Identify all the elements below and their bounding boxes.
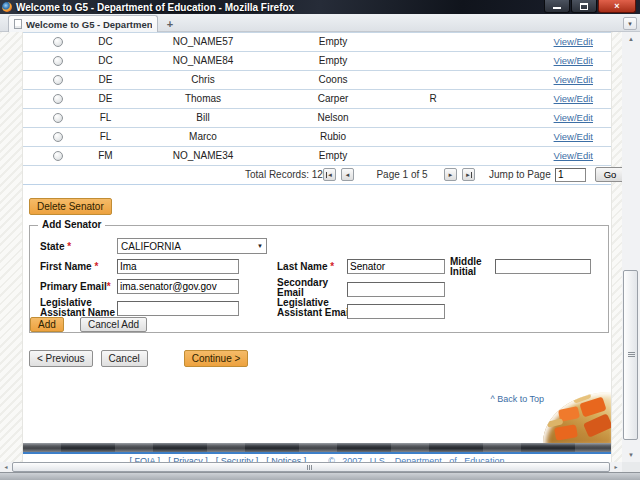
cell-last-name: Empty: [263, 147, 403, 165]
next-page-icon: ►: [448, 172, 454, 178]
next-page-button[interactable]: ►: [444, 168, 457, 181]
tab-title: Welcome to G5 - Department of Edu...: [26, 19, 152, 30]
firefox-icon[interactable]: [2, 2, 12, 12]
horizontal-scrollbar[interactable]: ◄ ►: [0, 462, 622, 472]
tab-welcome-g5[interactable]: Welcome to G5 - Department of Edu...: [8, 15, 158, 32]
legislative-assistant-name-input[interactable]: [117, 301, 239, 316]
total-records-label: Total Records: 120: [245, 166, 328, 184]
vertical-scrollbar-thumb[interactable]: [623, 270, 638, 440]
row-radio-button[interactable]: [53, 56, 63, 66]
middle-initial-input[interactable]: [495, 259, 591, 274]
view-edit-link[interactable]: View/Edit: [554, 33, 593, 51]
cell-first-name: Thomas: [123, 90, 283, 108]
scroll-up-arrow[interactable]: ▲: [622, 32, 640, 46]
table-row: FL Marco Rubio View/Edit: [23, 128, 611, 147]
minimize-icon: [553, 7, 561, 9]
add-button[interactable]: Add: [30, 317, 64, 332]
cell-last-name: Coons: [263, 71, 403, 89]
cell-first-name: NO_NAME84: [123, 52, 283, 70]
minimize-button[interactable]: [544, 0, 570, 13]
new-tab-button[interactable]: +: [162, 17, 178, 31]
window-controls: ×: [543, 0, 636, 13]
primary-email-label: Primary Email*: [40, 282, 111, 292]
chevron-down-icon: ▼: [257, 243, 263, 249]
legislative-assistant-name-label: Legislative Assistant Name: [40, 298, 128, 318]
legislative-assistant-email-input[interactable]: [347, 304, 445, 319]
separator-line: [23, 184, 611, 185]
cell-last-name: Rubio: [263, 128, 403, 146]
row-radio-button[interactable]: [53, 113, 63, 123]
continue-button[interactable]: Continue >: [184, 350, 249, 367]
cell-first-name: NO_NAME57: [123, 33, 283, 51]
prev-page-icon: ◄: [345, 172, 351, 178]
table-row: FM NO_NAME34 Empty View/Edit: [23, 147, 611, 166]
footer-gradient-bar: [23, 443, 611, 452]
first-name-label: First Name *: [40, 262, 98, 272]
scroll-right-arrow[interactable]: ►: [610, 462, 622, 472]
tab-bar: Welcome to G5 - Department of Edu... + ▾: [0, 14, 640, 32]
footer-blue-line: [23, 452, 611, 454]
last-name-label: Last Name *: [277, 262, 334, 272]
table-row: DC NO_NAME84 Empty View/Edit: [23, 52, 611, 71]
last-name-input[interactable]: [347, 259, 445, 274]
jump-to-page-label: Jump to Page: [489, 166, 551, 184]
cell-party: R: [408, 90, 458, 108]
senator-table: DC NO_NAME57 Empty View/Edit DC NO_NAME8…: [23, 32, 611, 166]
maximize-icon: [580, 3, 588, 10]
page-status-label: Page 1 of 5: [371, 166, 433, 184]
scroll-left-arrow[interactable]: ◄: [0, 462, 12, 472]
back-to-top-link[interactable]: ^ Back to Top: [490, 394, 544, 404]
state-select[interactable]: CALIFORNIA ▼: [117, 238, 267, 254]
previous-page-button[interactable]: ◄: [341, 168, 354, 181]
view-edit-link[interactable]: View/Edit: [554, 109, 593, 127]
page-viewport: DC NO_NAME57 Empty View/Edit DC NO_NAME8…: [0, 32, 640, 472]
row-radio-button[interactable]: [53, 75, 63, 85]
pagination-bar: Total Records: 120 ◄ ◄ Page 1 of 5 ► ► J…: [23, 166, 611, 184]
browser-window: Welcome to G5 - Department of Education …: [0, 0, 640, 480]
tab-list-dropdown[interactable]: ▾: [623, 17, 637, 30]
cell-last-name: Empty: [263, 52, 403, 70]
secondary-email-input[interactable]: [347, 282, 445, 297]
row-radio-button[interactable]: [53, 151, 63, 161]
view-edit-link[interactable]: View/Edit: [554, 90, 593, 108]
state-label: State *: [40, 242, 71, 252]
scroll-down-arrow[interactable]: ▼: [622, 448, 640, 462]
cell-last-name: Nelson: [263, 109, 403, 127]
row-radio-button[interactable]: [53, 94, 63, 104]
cell-first-name: Chris: [123, 71, 283, 89]
page-icon: [14, 19, 22, 29]
primary-email-input[interactable]: [117, 279, 239, 294]
cell-first-name: Bill: [123, 109, 283, 127]
first-page-button[interactable]: ◄: [323, 168, 336, 181]
cell-first-name: NO_NAME34: [123, 147, 283, 165]
jump-to-page-input[interactable]: [555, 168, 586, 182]
row-radio-button[interactable]: [53, 132, 63, 142]
view-edit-link[interactable]: View/Edit: [554, 128, 593, 146]
cell-first-name: Marco: [123, 128, 283, 146]
table-row: FL Bill Nelson View/Edit: [23, 109, 611, 128]
last-page-button[interactable]: ►: [462, 168, 475, 181]
add-senator-form: Add Senator State * CALIFORNIA ▼ First N…: [29, 225, 609, 333]
delete-senator-button[interactable]: Delete Senator: [29, 198, 112, 215]
cell-last-name: Carper: [263, 90, 403, 108]
state-select-value: CALIFORNIA: [121, 241, 181, 252]
table-row: DC NO_NAME57 Empty View/Edit: [23, 33, 611, 52]
first-name-input[interactable]: [117, 259, 239, 274]
view-edit-link[interactable]: View/Edit: [554, 71, 593, 89]
row-radio-button[interactable]: [53, 37, 63, 47]
wizard-nav-buttons: < Previous Cancel Continue >: [29, 350, 248, 367]
cancel-button[interactable]: Cancel: [101, 350, 148, 367]
horizontal-scrollbar-thumb[interactable]: [12, 462, 610, 472]
cancel-add-button[interactable]: Cancel Add: [80, 317, 147, 332]
close-button[interactable]: ×: [598, 0, 636, 13]
window-title: Welcome to G5 - Department of Education …: [16, 2, 294, 13]
vertical-scrollbar[interactable]: ▲ ▼: [622, 32, 640, 462]
cell-last-name: Empty: [263, 33, 403, 51]
middle-initial-label: Middle Initial: [450, 257, 496, 277]
maximize-button[interactable]: [571, 0, 597, 13]
view-edit-link[interactable]: View/Edit: [554, 52, 593, 70]
secondary-email-label: Secondary Email: [277, 278, 339, 298]
view-edit-link[interactable]: View/Edit: [554, 147, 593, 165]
go-button[interactable]: Go: [595, 167, 625, 182]
previous-button[interactable]: < Previous: [29, 350, 93, 367]
